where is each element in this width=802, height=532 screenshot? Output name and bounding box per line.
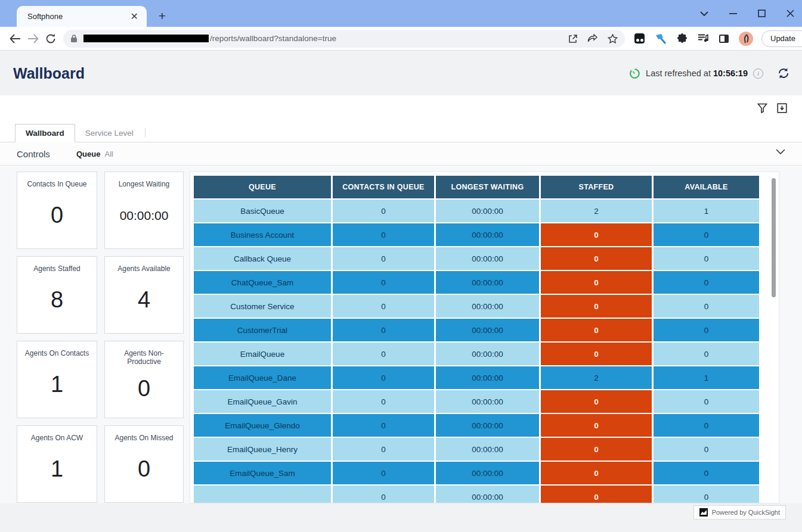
table-cell-staffed: 0 bbox=[541, 486, 652, 503]
share-icon[interactable] bbox=[587, 34, 598, 43]
extensions-puzzle-icon[interactable] bbox=[677, 33, 688, 44]
extension-axe-icon[interactable] bbox=[655, 33, 667, 44]
powered-by-text: Powered by QuickSight bbox=[712, 509, 780, 516]
table-header-cell: CONTACTS IN QUEUE bbox=[333, 176, 434, 198]
table-cell-available: 1 bbox=[654, 200, 759, 222]
table-cell-available: 0 bbox=[654, 414, 759, 437]
tab-close-icon[interactable]: ✕ bbox=[128, 11, 141, 22]
table-cell-available: 0 bbox=[654, 223, 759, 246]
kpi-title: Agents Non-Productive bbox=[105, 349, 183, 366]
table-cell-longest: 00:00:00 bbox=[436, 462, 539, 484]
update-button[interactable]: Update ⋮ bbox=[761, 30, 802, 47]
browser-titlebar: Softphone ✕ + bbox=[0, 0, 802, 27]
back-button[interactable] bbox=[6, 30, 24, 48]
kpi-card: Agents Staffed8 bbox=[17, 256, 97, 334]
kpi-card: Agents Non-Productive0 bbox=[104, 341, 184, 418]
table-cell-contacts: 0 bbox=[333, 247, 434, 270]
controls-label: Controls bbox=[17, 149, 60, 159]
auto-refresh-timer-icon bbox=[629, 68, 640, 79]
extension-dark-icon[interactable] bbox=[634, 33, 645, 43]
table-cell-queue: Customer Service bbox=[194, 295, 331, 318]
table-cell-staffed: 0 bbox=[541, 247, 652, 270]
controls-collapse-chevron-icon[interactable] bbox=[776, 149, 785, 154]
browser-tab[interactable]: Softphone ✕ bbox=[17, 6, 147, 27]
table-cell-contacts: 0 bbox=[333, 200, 434, 222]
minimize-button[interactable] bbox=[727, 13, 739, 14]
kpi-title: Agents Available bbox=[114, 265, 174, 273]
kpi-title: Contacts In Queue bbox=[23, 180, 90, 188]
filter-icon[interactable] bbox=[757, 103, 767, 113]
open-in-new-icon[interactable] bbox=[568, 34, 578, 43]
forward-button[interactable] bbox=[24, 30, 42, 48]
kpi-value: 00:00:00 bbox=[120, 188, 169, 248]
table-cell-available: 0 bbox=[654, 486, 759, 503]
profile-avatar[interactable] bbox=[739, 32, 753, 46]
kpi-title: Agents On Missed bbox=[111, 434, 176, 442]
table-cell-staffed: 0 bbox=[541, 343, 652, 365]
kpi-card: Agents On ACW1 bbox=[17, 425, 97, 503]
table-cell-queue: Callback Queue bbox=[194, 247, 331, 270]
url-bar[interactable]: /reports/wallboard?standalone=true bbox=[63, 30, 625, 48]
export-icon[interactable] bbox=[777, 103, 787, 113]
table-row: EmailQueue_Dane000:00:0021 bbox=[194, 366, 759, 389]
playlist-music-icon[interactable] bbox=[698, 33, 709, 43]
kpi-value: 8 bbox=[51, 273, 63, 333]
page-header: Wallboard Last refreshed at 10:56:19 i bbox=[0, 51, 802, 95]
queue-filter-name: Queue bbox=[76, 150, 100, 158]
table-header-cell: QUEUE bbox=[194, 176, 331, 198]
table-cell-contacts: 0 bbox=[333, 343, 434, 365]
table-scrollbar-thumb[interactable] bbox=[772, 178, 776, 297]
side-panel-icon[interactable] bbox=[719, 35, 729, 43]
refresh-button[interactable] bbox=[777, 67, 790, 79]
table-cell-available: 0 bbox=[654, 343, 759, 365]
table-row: EmailQueue000:00:0000 bbox=[194, 343, 759, 365]
table-cell-longest: 00:00:00 bbox=[436, 247, 539, 270]
info-icon[interactable]: i bbox=[753, 69, 763, 79]
table-cell-queue bbox=[194, 486, 331, 503]
tab-service-level[interactable]: Service Level bbox=[75, 124, 144, 142]
table-cell-longest: 00:00:00 bbox=[436, 223, 539, 246]
table-header-cell: LONGEST WAITING bbox=[436, 176, 539, 198]
table-cell-staffed: 0 bbox=[541, 414, 652, 437]
table-header-row: QUEUECONTACTS IN QUEUELONGEST WAITINGSTA… bbox=[194, 176, 759, 198]
kpi-title: Agents On ACW bbox=[27, 434, 86, 442]
browser-toolbar: /reports/wallboard?standalone=true bbox=[0, 27, 802, 51]
kpi-grid: Contacts In Queue0Longest Waiting00:00:0… bbox=[17, 172, 184, 503]
table-row: 000:00:0000 bbox=[194, 486, 759, 503]
table-cell-queue: EmailQueue_Henry bbox=[194, 438, 331, 461]
table-cell-longest: 00:00:00 bbox=[436, 271, 539, 294]
table-row: EmailQueue_Henry000:00:0000 bbox=[194, 438, 759, 461]
table-row: BasicQueue000:00:0021 bbox=[194, 200, 759, 222]
table-row: EmailQueue_Gavin000:00:0000 bbox=[194, 390, 759, 413]
table-cell-longest: 00:00:00 bbox=[436, 200, 539, 222]
close-window-button[interactable] bbox=[784, 10, 796, 17]
bookmark-star-icon[interactable] bbox=[608, 34, 618, 43]
table-cell-queue: BasicQueue bbox=[194, 200, 331, 222]
table-cell-staffed: 0 bbox=[541, 223, 652, 246]
kpi-card: Agents On Contacts1 bbox=[17, 341, 97, 418]
kpi-value: 4 bbox=[138, 273, 150, 333]
tab-wallboard[interactable]: Wallboard bbox=[15, 124, 75, 142]
table-row: Business Account000:00:0000 bbox=[194, 223, 759, 246]
dashboard-body: Contacts In Queue0Longest Waiting00:00:0… bbox=[0, 166, 802, 503]
table-cell-staffed: 0 bbox=[541, 438, 652, 461]
reload-button[interactable] bbox=[42, 30, 60, 48]
queue-table: QUEUECONTACTS IN QUEUELONGEST WAITINGSTA… bbox=[194, 176, 759, 503]
browser-menu-kebab-icon[interactable]: ⋮ bbox=[799, 34, 802, 43]
table-cell-staffed: 2 bbox=[541, 366, 652, 389]
tab-search-chevron-icon[interactable] bbox=[698, 11, 710, 16]
browser-tab-title: Softphone bbox=[27, 12, 128, 21]
table-cell-available: 0 bbox=[654, 271, 759, 294]
kpi-card: Agents On Missed0 bbox=[104, 425, 184, 503]
redacted-url-segment bbox=[83, 35, 209, 42]
queue-filter-control[interactable]: Queue All bbox=[76, 150, 113, 158]
table-cell-longest: 00:00:00 bbox=[436, 414, 539, 437]
maximize-button[interactable] bbox=[755, 10, 767, 17]
new-tab-button[interactable]: + bbox=[154, 8, 171, 24]
table-cell-contacts: 0 bbox=[333, 223, 434, 246]
table-cell-longest: 00:00:00 bbox=[436, 295, 539, 318]
table-cell-longest: 00:00:00 bbox=[436, 366, 539, 389]
lock-icon bbox=[70, 34, 78, 43]
last-refreshed-time: 10:56:19 bbox=[713, 69, 748, 78]
table-cell-queue: ChatQueue_Sam bbox=[194, 271, 331, 294]
